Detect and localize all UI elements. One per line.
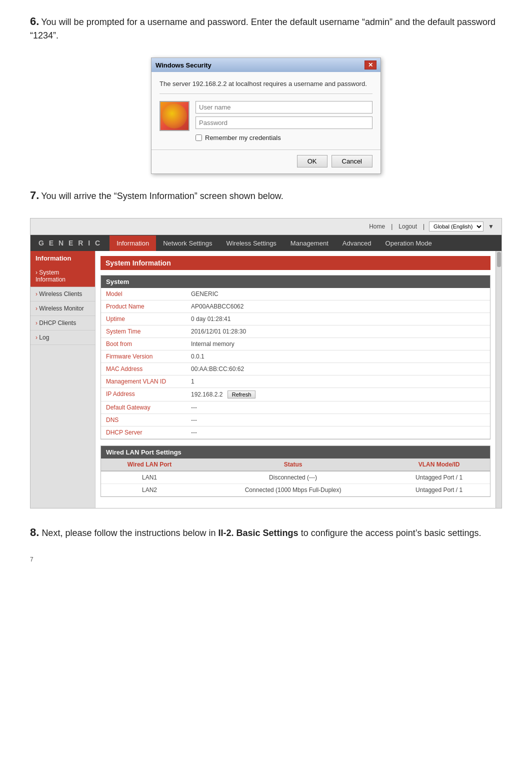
- label-default-gateway: Default Gateway: [101, 402, 186, 414]
- step-8-text-before: Next, please follow the instructions bel…: [42, 528, 218, 538]
- table-row: DNS ---: [101, 414, 490, 426]
- lan-col-vlan: VLAN Mode/ID: [388, 458, 490, 471]
- menu-item-management[interactable]: Management: [284, 236, 336, 251]
- lan1-port: LAN1: [101, 471, 198, 484]
- table-row: LAN2 Connected (1000 Mbps Full-Duplex) U…: [101, 484, 490, 496]
- step-8-number: 8.: [30, 526, 39, 538]
- label-mgmt-vlan-id: Management VLAN ID: [101, 376, 186, 388]
- table-row: LAN1 Disconnected (---) Untagged Port / …: [101, 471, 490, 484]
- value-default-gateway: ---: [186, 402, 490, 414]
- label-uptime: Uptime: [101, 313, 186, 326]
- windows-security-dialog: Windows Security ✕ The server 192.168.2.…: [151, 58, 381, 174]
- router-screenshot: Home | Logout | Global (English) ▼ G E N…: [30, 218, 502, 508]
- value-model: GENERIC: [186, 288, 490, 300]
- menu-item-advanced[interactable]: Advanced: [336, 236, 378, 251]
- table-row: DHCP Server ---: [101, 426, 490, 439]
- system-table-title: System: [101, 276, 490, 288]
- table-row: IP Address 192.168.2.2 Refresh: [101, 388, 490, 402]
- scrollbar-thumb[interactable]: [497, 252, 501, 267]
- step-7-block: 7. You will arrive the “System Informati…: [30, 189, 502, 203]
- ok-button[interactable]: OK: [297, 155, 328, 168]
- router-main: System Information System Model GENERIC …: [96, 251, 496, 508]
- lan-port-table: Wired LAN Port Status VLAN Mode/ID LAN1 …: [101, 458, 490, 496]
- table-row: System Time 2016/12/01 01:28:30: [101, 326, 490, 338]
- table-row: MAC Address 00:AA:BB:CC:60:62: [101, 363, 490, 376]
- step-8-text-after: to configure the access point’s basic se…: [298, 528, 482, 538]
- topbar-logout[interactable]: Logout: [398, 223, 417, 230]
- username-input[interactable]: [196, 101, 372, 114]
- dialog-message: The server 192.168.2.2 at localhost requ…: [160, 80, 372, 94]
- step-8-block: 8. Next, please follow the instructions …: [30, 524, 502, 541]
- step-7-number: 7.: [30, 189, 39, 202]
- router-brand: G E N E R I C: [30, 235, 110, 251]
- scrollbar[interactable]: [496, 251, 502, 508]
- label-dns: DNS: [101, 414, 186, 426]
- dialog-title-bar: Windows Security ✕: [152, 58, 380, 72]
- cancel-button[interactable]: Cancel: [332, 155, 372, 168]
- sidebar-item-dhcp-clients[interactable]: DHCP Clients: [30, 316, 95, 330]
- dialog-buttons: OK Cancel: [152, 150, 380, 174]
- dialog-container: Windows Security ✕ The server 192.168.2.…: [30, 58, 502, 174]
- value-mgmt-vlan-id: 1: [186, 376, 490, 388]
- topbar-separator1: |: [391, 223, 392, 230]
- step-8-bold: II-2. Basic Settings: [218, 528, 298, 538]
- lan-col-status: Status: [198, 458, 388, 471]
- label-dhcp-server: DHCP Server: [101, 426, 186, 439]
- lan1-status: Disconnected (---): [198, 471, 388, 484]
- sidebar-item-system-information[interactable]: System Information: [30, 266, 95, 287]
- remember-label: Remember my credentials: [205, 134, 281, 142]
- step-6-number: 6.: [30, 15, 39, 28]
- router-content: Information System Information Wireless …: [30, 251, 502, 508]
- menu-item-operation-mode[interactable]: Operation Mode: [378, 236, 439, 251]
- value-firmware-version: 0.0.1: [186, 350, 490, 363]
- value-ip-address: 192.168.2.2 Refresh: [186, 388, 490, 402]
- main-section-header: System Information: [100, 256, 490, 270]
- topbar-separator2: |: [423, 223, 424, 230]
- value-boot-from: Internal memory: [186, 338, 490, 350]
- password-input[interactable]: [196, 116, 372, 129]
- language-select[interactable]: Global (English): [429, 222, 484, 232]
- remember-credentials: Remember my credentials: [196, 134, 372, 142]
- value-uptime: 0 day 01:28:41: [186, 313, 490, 326]
- menu-item-information[interactable]: Information: [110, 236, 156, 251]
- router-menu: Information Network Settings Wireless Se…: [110, 236, 502, 251]
- remember-checkbox[interactable]: [196, 134, 202, 141]
- dialog-credentials: Remember my credentials: [160, 101, 372, 142]
- router-sidebar: Information System Information Wireless …: [30, 251, 96, 508]
- step-8-text: 8. Next, please follow the instructions …: [30, 524, 502, 541]
- router-nav: G E N E R I C Information Network Settin…: [30, 235, 502, 251]
- menu-item-wireless-settings[interactable]: Wireless Settings: [219, 236, 283, 251]
- table-row: Default Gateway ---: [101, 402, 490, 414]
- lan-table-header-row: Wired LAN Port Status VLAN Mode/ID: [101, 458, 490, 471]
- label-system-time: System Time: [101, 326, 186, 338]
- lan-table-title: Wired LAN Port Settings: [101, 446, 490, 458]
- label-ip-address: IP Address: [101, 388, 186, 402]
- value-dhcp-server: ---: [186, 426, 490, 439]
- avatar-graphic: [162, 104, 187, 128]
- dialog-title: Windows Security: [156, 62, 212, 69]
- label-boot-from: Boot from: [101, 338, 186, 350]
- topbar-home[interactable]: Home: [369, 223, 385, 230]
- dialog-avatar: [160, 101, 190, 131]
- system-info-section: System Model GENERIC Product Name AP00AA…: [100, 275, 490, 440]
- dialog-close-button[interactable]: ✕: [364, 60, 376, 70]
- table-row: Model GENERIC: [101, 288, 490, 300]
- lan2-status: Connected (1000 Mbps Full-Duplex): [198, 484, 388, 496]
- value-product-name: AP00AABBCC6062: [186, 300, 490, 313]
- menu-item-network-settings[interactable]: Network Settings: [156, 236, 219, 251]
- dialog-body: The server 192.168.2.2 at localhost requ…: [152, 72, 380, 150]
- value-mac-address: 00:AA:BB:CC:60:62: [186, 363, 490, 376]
- table-row: Boot from Internal memory: [101, 338, 490, 350]
- sidebar-item-log[interactable]: Log: [30, 330, 95, 345]
- table-row: Management VLAN ID 1: [101, 376, 490, 388]
- refresh-button[interactable]: Refresh: [228, 390, 256, 398]
- label-model: Model: [101, 288, 186, 300]
- lan-col-port: Wired LAN Port: [101, 458, 198, 471]
- value-dns: ---: [186, 414, 490, 426]
- sidebar-item-wireless-monitor[interactable]: Wireless Monitor: [30, 302, 95, 316]
- step-7-text: You will arrive the “System Information”…: [41, 191, 284, 201]
- table-row: Uptime 0 day 01:28:41: [101, 313, 490, 326]
- router-topbar: Home | Logout | Global (English) ▼: [30, 218, 502, 235]
- table-row: Product Name AP00AABBCC6062: [101, 300, 490, 313]
- sidebar-item-wireless-clients[interactable]: Wireless Clients: [30, 287, 95, 302]
